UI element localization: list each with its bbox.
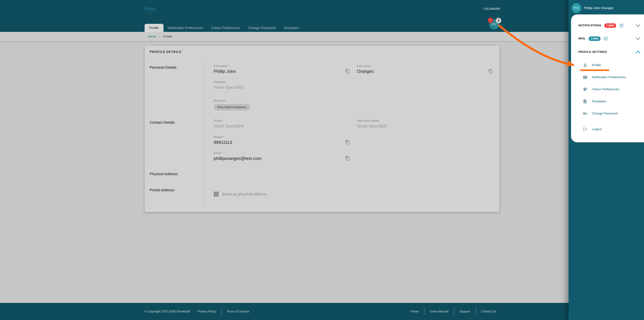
drawer-panel: NOTIFICATIONS 7 NEW MAIL 3 NEW <box>571 15 644 142</box>
mail-new-badge: 3 NEW <box>589 37 600 41</box>
palette-icon <box>583 87 588 92</box>
chevron-down-icon[interactable] <box>636 37 640 40</box>
drawer-item-label: Templates <box>592 100 606 103</box>
chevron-up-icon[interactable] <box>636 51 640 54</box>
drawer-item-profile[interactable]: Profile <box>571 61 644 70</box>
drawer-item-label: Logout <box>592 127 602 131</box>
drawer-scrim-overlay[interactable] <box>0 0 644 320</box>
drawer-item-label: Notification Preferences <box>592 75 626 79</box>
drawer-item-templates[interactable]: Templates <box>571 97 644 106</box>
open-notifications-icon[interactable] <box>619 23 624 28</box>
profile-settings-row[interactable]: PROFILE SETTINGS <box>571 48 644 56</box>
chevron-down-icon[interactable] <box>636 24 640 27</box>
document-icon <box>583 99 588 104</box>
drawer-item-label: Change Password <box>592 112 618 115</box>
drawer-item-change-password[interactable]: Change Password <box>571 109 644 118</box>
person-icon <box>583 63 588 68</box>
drawer-item-colour-preferences[interactable]: Colour Preferences <box>571 85 644 94</box>
drawer-item-logout[interactable]: Logout <box>571 125 644 134</box>
logout-icon <box>583 127 588 132</box>
key-icon <box>583 111 588 116</box>
mail-row[interactable]: MAIL 3 NEW <box>571 34 644 43</box>
notifications-new-badge: 7 NEW <box>604 23 616 28</box>
screen: Rave BUILD CALENDAR PO 7 3 Profile Notif… <box>0 0 644 320</box>
open-mail-icon[interactable] <box>604 37 608 41</box>
drawer-user-name: Phillip John Oranges <box>584 6 613 10</box>
profile-settings-label: PROFILE SETTINGS <box>578 50 607 54</box>
mail-label: MAIL <box>578 37 586 40</box>
drawer-item-label: Colour Preferences <box>592 87 619 91</box>
drawer-item-label: Profile <box>592 63 601 67</box>
profile-drawer: PO Phillip John Oranges NOTIFICATIONS 7 … <box>568 0 644 320</box>
mail-icon <box>583 75 588 80</box>
drawer-item-notification-preferences[interactable]: Notification Preferences <box>571 73 644 82</box>
drawer-avatar[interactable]: PO <box>572 3 581 13</box>
notifications-label: NOTIFICATIONS <box>578 24 601 27</box>
notifications-row[interactable]: NOTIFICATIONS 7 NEW <box>571 21 644 30</box>
